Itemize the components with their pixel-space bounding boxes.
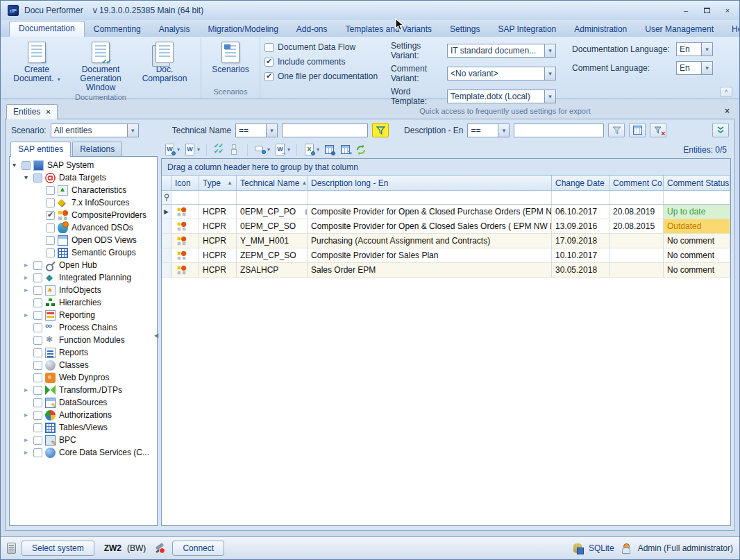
technical-name-input[interactable]	[282, 124, 368, 137]
dropdown-button[interactable]: ▾	[701, 42, 713, 56]
tree-item[interactable]: Classes	[10, 359, 157, 371]
tree-item[interactable]: Semantic Groups	[10, 246, 157, 259]
ribbon-checkbox[interactable]: One file per documentation	[264, 71, 391, 81]
tree-item[interactable]: 7.x InfoSources	[10, 196, 157, 209]
tree-checkbox[interactable]	[33, 261, 42, 270]
dropdown-button[interactable]: ▾	[266, 124, 278, 137]
tree-checkbox[interactable]	[33, 273, 42, 282]
ribbon-tab[interactable]: Settings	[441, 22, 489, 37]
language-value[interactable]: En	[676, 42, 701, 56]
expander-icon[interactable]	[24, 411, 33, 418]
expander-icon[interactable]	[24, 387, 33, 393]
tree-item[interactable]: Tables/Views	[10, 421, 157, 434]
column-header[interactable]: Technical Name ▲	[237, 176, 308, 191]
tree-checkbox[interactable]	[46, 236, 55, 245]
tree-checkbox[interactable]	[46, 211, 55, 220]
tree-checkbox[interactable]	[33, 386, 42, 395]
ribbon-tab[interactable]: SAP Integration	[489, 22, 565, 37]
close-button[interactable]: ×	[723, 6, 732, 15]
column-header[interactable]: Comment Co...	[609, 176, 664, 191]
operator-value[interactable]: ==	[467, 124, 498, 137]
refresh-button[interactable]	[354, 142, 368, 158]
tree-item[interactable]: Web Dynpros	[10, 371, 157, 384]
tree-item[interactable]: SAP System	[10, 159, 157, 171]
column-header[interactable]: Comment Status	[664, 176, 730, 191]
tree-item[interactable]: Authorizations	[10, 409, 157, 421]
dropdown-button[interactable]: ▾	[127, 124, 139, 137]
generate-word-document-button[interactable]: W ▾	[162, 142, 181, 158]
ribbon-tab[interactable]: Migration/Modeling	[199, 22, 287, 37]
field-value[interactable]: <No variant>	[447, 67, 544, 80]
tree-item[interactable]: Advanced DSOs	[10, 221, 157, 234]
checkbox-icon[interactable]	[264, 43, 274, 52]
group-by-panel[interactable]: Drag a column header here to group by th…	[162, 159, 730, 176]
ribbon-tab[interactable]: Commenting	[85, 22, 150, 37]
language-dropdown[interactable]: En ▾	[676, 61, 713, 75]
dropdown-button[interactable]: ▾	[544, 67, 556, 80]
uncheck-all-button[interactable]	[228, 142, 242, 158]
field-value[interactable]: IT standard documen...	[447, 44, 544, 58]
auto-filter-cell[interactable]	[664, 191, 730, 205]
expander-icon[interactable]	[24, 274, 33, 281]
comment-button[interactable]: ▾	[253, 142, 271, 158]
create-document-button[interactable]: → Create Document. ▾	[5, 40, 69, 84]
tree-item[interactable]: Integrated Planning	[10, 271, 157, 284]
checkbox-icon[interactable]	[264, 58, 274, 67]
tree-checkbox[interactable]	[33, 373, 42, 382]
auto-filter-cell[interactable]	[609, 191, 664, 205]
auto-filter-cell[interactable]	[552, 191, 609, 205]
filter-editor-button[interactable]	[629, 123, 646, 137]
tree-checkbox[interactable]	[46, 248, 55, 257]
technical-name-operator-dropdown[interactable]: == ▾	[235, 124, 278, 137]
tree-item[interactable]: Characteristics	[10, 184, 157, 196]
checkbox-icon[interactable]	[264, 72, 274, 81]
column-header[interactable]: Type ▲	[199, 176, 237, 191]
tree-checkbox[interactable]	[33, 336, 42, 345]
tab-entities[interactable]: Entities ×	[6, 104, 58, 119]
ribbon-collapse-button[interactable]: ^	[720, 87, 732, 97]
expander-icon[interactable]	[24, 449, 33, 456]
panel-close-button[interactable]: ×	[725, 106, 730, 116]
dropdown-button[interactable]: ▾	[701, 61, 713, 75]
language-dropdown[interactable]: En ▾	[676, 42, 713, 56]
clear-filter-button[interactable]: ×	[650, 123, 666, 137]
doc-comparison-button[interactable]: Doc. Comparison	[133, 40, 196, 83]
ribbon-tab[interactable]: User Management	[636, 22, 723, 37]
expander-icon[interactable]	[24, 262, 33, 269]
tree-checkbox[interactable]	[33, 173, 42, 183]
tree-item[interactable]: Reporting	[10, 309, 157, 321]
tree-checkbox[interactable]	[46, 223, 55, 232]
tree-item[interactable]: Open ODS Views	[10, 234, 157, 246]
sidebar-splitter[interactable]: ◀	[154, 328, 159, 344]
table-row[interactable]: ▶ HCPR 0EPM_CP_PO Composite Provider for…	[162, 205, 730, 219]
ribbon-tab[interactable]: Add-ons	[287, 22, 337, 37]
expander-icon[interactable]	[12, 162, 22, 169]
scenario-value[interactable]: All entities	[51, 124, 127, 137]
check-all-button[interactable]: ✔✔✔✔	[212, 142, 226, 158]
tree-checkbox[interactable]	[33, 348, 42, 357]
ribbon-tab[interactable]: Help	[723, 22, 740, 37]
tree-item[interactable]: InfoObjects	[10, 284, 157, 296]
filter-button[interactable]	[608, 123, 625, 137]
field-dropdown[interactable]: IT standard documen... ▾	[447, 44, 556, 58]
tree-item[interactable]: Data Targets	[10, 171, 157, 184]
document-generation-window-button[interactable]: ✔✔ Document Generation Window	[69, 40, 133, 92]
ribbon-tab[interactable]: Templates and Variants	[337, 22, 442, 37]
auto-filter-cell[interactable]	[199, 191, 237, 205]
tree-checkbox[interactable]	[33, 286, 42, 295]
tree-checkbox[interactable]	[33, 411, 42, 420]
sidebar-tab[interactable]: Relations	[72, 142, 122, 156]
operator-value[interactable]: ==	[235, 124, 266, 137]
field-dropdown[interactable]: <No variant> ▾	[447, 67, 556, 80]
column-header[interactable]: Description long - En	[308, 176, 552, 191]
dropdown-button[interactable]: ▾	[544, 44, 556, 58]
expander-icon[interactable]	[24, 287, 33, 294]
scenarios-button[interactable]: Scenarios	[205, 40, 255, 74]
tree-checkbox[interactable]	[33, 298, 42, 307]
save-grid-layout-button[interactable]	[322, 142, 337, 158]
connect-button[interactable]: Connect	[172, 541, 224, 556]
tree-checkbox[interactable]	[33, 423, 42, 432]
table-row[interactable]: HCPR 0EPM_CP_SO Composite Provider for O…	[162, 219, 730, 234]
tree-checkbox[interactable]	[22, 161, 31, 170]
ribbon-checkbox[interactable]: Document Data Flow	[264, 42, 391, 52]
